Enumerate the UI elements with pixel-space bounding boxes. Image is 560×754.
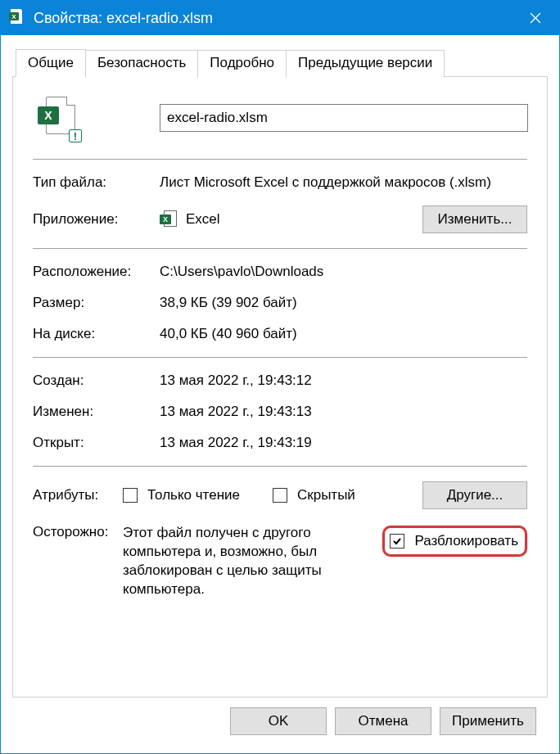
tab-security[interactable]: Безопасность — [85, 50, 198, 78]
tab-previous-versions[interactable]: Предыдущие версии — [286, 50, 445, 78]
apply-button[interactable]: Применить — [440, 707, 536, 735]
excel-file-icon: X — [9, 9, 25, 27]
close-button[interactable] — [512, 1, 559, 35]
label-filetype: Тип файла: — [33, 174, 160, 191]
value-filetype: Лист Microsoft Excel с поддержкой макрос… — [160, 174, 527, 191]
dialog-footer: OK Отмена Применить — [12, 698, 548, 745]
general-panel: X! Тип файла: Лист Microsoft Excel с под… — [12, 76, 548, 698]
label-created: Создан: — [33, 372, 160, 389]
filename-input[interactable] — [160, 104, 528, 132]
checkbox-hidden[interactable]: Скрытый — [273, 487, 355, 503]
label-application: Приложение: — [33, 211, 160, 228]
tab-general[interactable]: Общие — [16, 49, 86, 77]
label-hidden: Скрытый — [297, 487, 355, 503]
file-type-icon: X! — [36, 95, 82, 141]
cancel-button[interactable]: Отмена — [335, 707, 431, 735]
label-readonly: Только чтение — [147, 487, 240, 503]
window-title: Свойства: excel-radio.xlsm — [34, 10, 213, 27]
value-size: 38,9 КБ (39 902 байт) — [160, 295, 527, 311]
properties-window: X Свойства: excel-radio.xlsm Общие Безоп… — [0, 0, 560, 754]
value-modified: 13 мая 2022 г., 19:43:13 — [160, 404, 527, 420]
label-location: Расположение: — [33, 264, 160, 280]
label-caution: Осторожно: — [33, 524, 123, 540]
value-location: C:\Users\pavlo\Downloads — [160, 264, 527, 280]
caution-text: Этот файл получен с другого компьютера и… — [123, 524, 344, 599]
ok-button[interactable]: OK — [230, 707, 327, 735]
label-opened: Открыт: — [33, 435, 160, 451]
tab-strip: Общие Безопасность Подробно Предыдущие в… — [12, 48, 548, 76]
value-application: Excel — [186, 211, 220, 228]
checkbox-readonly[interactable]: Только чтение — [123, 487, 240, 503]
unblock-highlight: Разблокировать — [382, 526, 527, 557]
excel-app-icon: X — [160, 210, 179, 229]
checkbox-unblock[interactable]: Разблокировать — [390, 533, 518, 549]
tab-details[interactable]: Подробно — [197, 50, 287, 78]
value-opened: 13 мая 2022 г., 19:43:19 — [160, 435, 527, 451]
label-ondisk: На диске: — [33, 326, 160, 342]
other-attributes-button[interactable]: Другие... — [422, 481, 527, 509]
label-attributes: Атрибуты: — [33, 487, 123, 503]
change-app-button[interactable]: Изменить... — [422, 205, 527, 233]
label-unblock: Разблокировать — [414, 533, 518, 549]
label-modified: Изменен: — [33, 404, 160, 420]
titlebar: X Свойства: excel-radio.xlsm — [1, 1, 559, 35]
label-size: Размер: — [33, 295, 160, 311]
value-ondisk: 40,0 КБ (40 960 байт) — [160, 326, 527, 342]
value-created: 13 мая 2022 г., 19:43:12 — [160, 372, 527, 389]
